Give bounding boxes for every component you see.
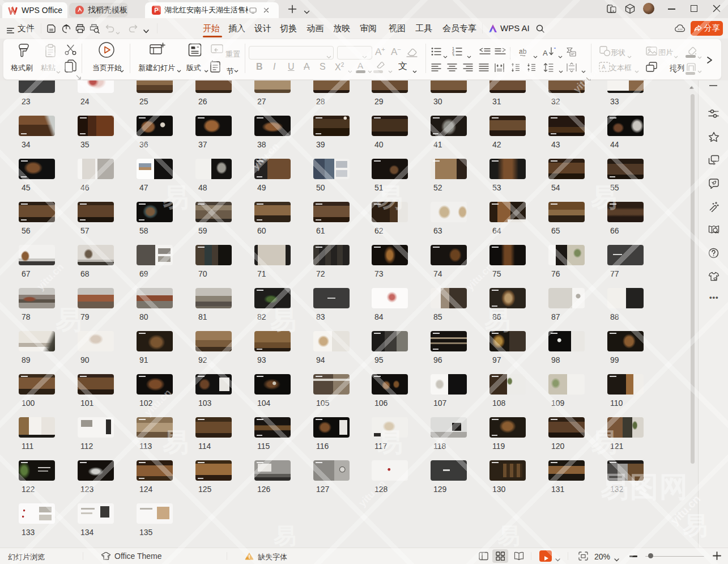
svg-text:3: 3 bbox=[452, 53, 454, 56]
svg-text:ab: ab bbox=[519, 48, 527, 56]
svg-text:A: A bbox=[543, 49, 548, 57]
svg-text:A: A bbox=[602, 64, 606, 70]
